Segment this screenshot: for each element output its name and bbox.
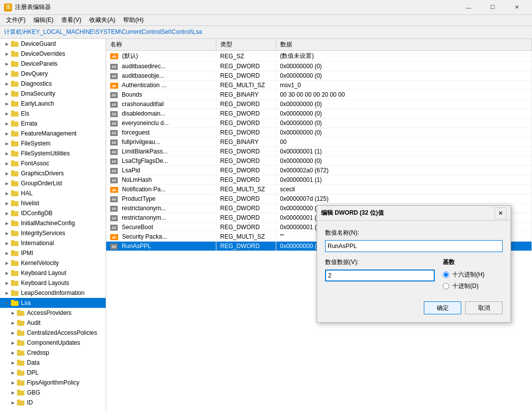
col-type[interactable]: 类型: [216, 39, 276, 51]
tree-item-kernelvelocity[interactable]: ▶ KernelVelocity: [0, 258, 106, 268]
tree-item-ipmi[interactable]: ▶ IPMI: [0, 248, 106, 258]
table-row[interactable]: ## forceguest REG_DWORD 0x00000000 (0): [106, 128, 532, 137]
confirm-button[interactable]: 确定: [424, 301, 461, 314]
menu-view[interactable]: 查看(V): [57, 15, 85, 25]
table-row[interactable]: ## everyoneinclu d... REG_DWORD 0x000000…: [106, 119, 532, 128]
svg-rect-57: [17, 320, 20, 322]
folder-icon: [11, 130, 19, 137]
table-row[interactable]: ## fullprivilgeau... REG_BINARY 00: [106, 137, 532, 147]
folder-icon: [17, 389, 25, 397]
tree-item-filesystem[interactable]: ▶ FileSystem: [0, 138, 106, 148]
folder-icon: [17, 309, 25, 317]
svg-rect-25: [11, 160, 14, 162]
tree-label: Credssp: [27, 349, 49, 356]
tree-item-international[interactable]: ▶ International: [0, 238, 106, 248]
cell-data: 0x00000000 (0): [276, 71, 532, 81]
tree-item-audit[interactable]: ▶ Audit: [0, 318, 106, 328]
menu-help[interactable]: 帮助(H): [119, 15, 148, 25]
tree-item-hivelist[interactable]: ▶ hivelist: [0, 198, 106, 208]
svg-rect-45: [11, 260, 14, 262]
tree-item-initialmachineconfig[interactable]: ▶ InitialMachineConfig: [0, 218, 106, 228]
table-row[interactable]: ## auditbasedirec... REG_DWORD 0x0000000…: [106, 62, 532, 71]
table-row[interactable]: ab Authentication ... REG_MULTI_SZ msv1_…: [106, 81, 532, 90]
table-row[interactable]: ## LimitBlankPass... REG_DWORD 0x0000000…: [106, 147, 532, 156]
name-input[interactable]: [325, 240, 503, 252]
tree-item-gbg[interactable]: ▶ GBG: [0, 388, 106, 398]
folder-icon: [11, 229, 19, 237]
tree-item-deviceguard[interactable]: ▶ DeviceGuard: [0, 39, 106, 49]
hex-radio-label[interactable]: 十六进制(H): [443, 271, 503, 279]
tree-item-fontassoc[interactable]: ▶ FontAssoc: [0, 158, 106, 168]
cell-data: 00 30 00 00 00 20 00 00: [276, 90, 532, 100]
tree-item-grouporderlist[interactable]: ▶ GroupOrderList: [0, 178, 106, 188]
table-row[interactable]: ## ProductType REG_DWORD 0x0000007d (125…: [106, 194, 532, 204]
dec-radio-label[interactable]: 十进制(D): [443, 282, 503, 290]
cell-type: REG_MULTI_SZ: [216, 232, 276, 242]
tree-item-keyboard-layouts[interactable]: ▶ Keyboard Layouts: [0, 278, 106, 288]
tree-item-credssp[interactable]: ▶ Credssp: [0, 348, 106, 358]
tree-item-centralizedaccesspolicies[interactable]: ▶ CentralizedAccessPolicies: [0, 328, 106, 338]
table-row[interactable]: ## NoLmHash REG_DWORD 0x00000001 (1): [106, 175, 532, 185]
tree-item-deviceoverrides[interactable]: ▶ DeviceOverrides: [0, 49, 106, 59]
tree-item-data[interactable]: ▶ Data: [0, 358, 106, 368]
menu-favorites[interactable]: 收藏夹(A): [85, 15, 119, 25]
close-button[interactable]: ✕: [505, 0, 528, 15]
table-row[interactable]: ## LsaCfgFlagsDe... REG_DWORD 0x00000000…: [106, 156, 532, 166]
table-row[interactable]: ## auditbaseobje... REG_DWORD 0x00000000…: [106, 71, 532, 81]
cancel-button[interactable]: 取消: [465, 301, 503, 314]
tree-item-componentupdates[interactable]: ▶ ComponentUpdates: [0, 338, 106, 348]
data-input[interactable]: [325, 270, 435, 281]
tree-item-els[interactable]: ▶ Els: [0, 109, 106, 119]
tree-item-keyboard-layout[interactable]: ▶ Keyboard Layout: [0, 268, 106, 278]
minimize-button[interactable]: —: [457, 0, 480, 15]
col-name[interactable]: 名称: [106, 39, 216, 51]
tree-item-id[interactable]: ▶ ID: [0, 398, 106, 408]
tree-label: IPMI: [21, 250, 33, 257]
tree-label: InitialMachineConfig: [21, 220, 75, 227]
table-row[interactable]: ab (默认) REG_SZ (数值未设置): [106, 51, 532, 62]
svg-rect-7: [11, 71, 14, 73]
tree-item-graphicsdrivers[interactable]: ▶ GraphicsDrivers: [0, 168, 106, 178]
tree-item-errata[interactable]: ▶ Errata: [0, 119, 106, 129]
dialog-close-button[interactable]: ✕: [495, 207, 507, 219]
table-row[interactable]: ## LsaPid REG_DWORD 0x000002a0 (672): [106, 166, 532, 175]
tree-item-devicepanels[interactable]: ▶ DevicePanels: [0, 59, 106, 69]
tree-item-dmasecurity[interactable]: ▶ DmaSecurity: [0, 89, 106, 99]
cell-data: (数值未设置): [276, 51, 532, 62]
tree-label: FipsAlgorithmPolicy: [27, 379, 79, 386]
hex-radio[interactable]: [443, 272, 449, 278]
tree-label: DeviceOverrides: [21, 50, 65, 57]
dec-radio[interactable]: [443, 283, 449, 289]
tree-item-diagnostics[interactable]: ▶ Diagnostics: [0, 79, 106, 89]
expand-arrow: ▶: [10, 340, 16, 346]
tree-panel[interactable]: ▶ DeviceGuard ▶ DeviceOverrides ▶: [0, 39, 106, 411]
tree-item-accessproviders[interactable]: ▶ AccessProviders: [0, 308, 106, 318]
tree-label: IDConfigDB: [21, 210, 52, 217]
maximize-button[interactable]: ☐: [481, 0, 504, 15]
table-row[interactable]: ## disabledomain... REG_DWORD 0x00000000…: [106, 109, 532, 119]
svg-rect-69: [17, 380, 20, 382]
cell-type: REG_DWORD: [216, 100, 276, 109]
menu-file[interactable]: 文件(F): [2, 15, 29, 25]
folder-icon: [11, 259, 19, 267]
col-data[interactable]: 数据: [276, 39, 532, 51]
tree-item-devquery[interactable]: ▶ DevQuery: [0, 69, 106, 79]
table-row[interactable]: ab Notification Pa... REG_MULTI_SZ scecl…: [106, 185, 532, 194]
tree-item-idconfigdb[interactable]: ▶ IDConfigDB: [0, 208, 106, 218]
tree-item-lsa[interactable]: ▼ Lsa: [0, 298, 106, 308]
tree-item-earlylaunch[interactable]: ▶ EarlyLaunch: [0, 99, 106, 109]
tree-item-hal[interactable]: ▶ HAL: [0, 188, 106, 198]
tree-item-dpl[interactable]: ▶ DPL: [0, 368, 106, 378]
menu-edit[interactable]: 编辑(E): [29, 15, 57, 25]
tree-item-filesystemutilities[interactable]: ▶ FileSystemUtilities: [0, 148, 106, 158]
tree-item-leapsecondinformation[interactable]: ▶ LeapSecondInformation: [0, 288, 106, 298]
svg-rect-17: [11, 121, 14, 123]
tree-item-fipsalgorithmpolicy[interactable]: ▶ FipsAlgorithmPolicy: [0, 378, 106, 388]
tree-item-featuremanagement[interactable]: ▶ FeatureManagement: [0, 129, 106, 138]
tree-label: GBG: [27, 389, 40, 396]
svg-rect-21: [11, 140, 14, 142]
expand-arrow: ▶: [4, 190, 10, 196]
table-row[interactable]: ## Bounds REG_BINARY 00 30 00 00 00 20 0…: [106, 90, 532, 100]
table-row[interactable]: ## crashonauditfail REG_DWORD 0x00000000…: [106, 100, 532, 109]
tree-item-integrityservices[interactable]: ▶ IntegrityServices: [0, 228, 106, 238]
